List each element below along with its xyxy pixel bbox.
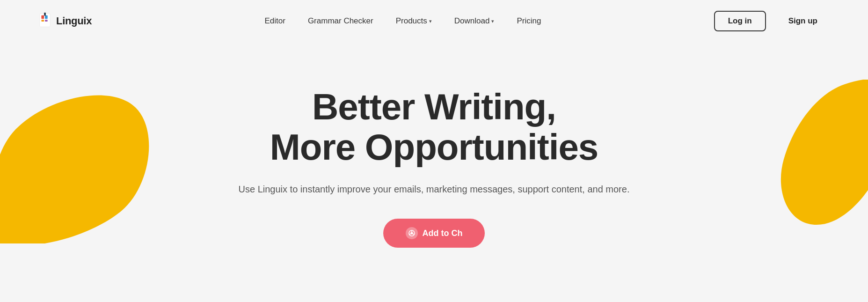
brand-name: Linguix [56,15,92,27]
login-button[interactable]: Log in [714,11,766,31]
nav-products[interactable]: Products ▾ [396,16,432,26]
products-chevron-icon: ▾ [429,18,432,24]
hero-content: Better Writing, More Opportunities Use L… [239,87,630,248]
nav-download[interactable]: Download ▾ [454,16,495,26]
nav-grammar-checker[interactable]: Grammar Checker [308,16,373,26]
svg-rect-1 [41,15,44,19]
nav-links: Editor Grammar Checker Products ▾ Downlo… [264,16,541,26]
download-chevron-icon: ▾ [491,18,494,24]
svg-line-10 [409,234,410,235]
hero-section: Better Writing, More Opportunities Use L… [0,42,868,302]
hero-subtitle: Use Linguix to instantly improve your em… [239,182,630,196]
nav-pricing[interactable]: Pricing [517,16,541,26]
cta-button[interactable]: Add to Ch [383,219,485,248]
cta-icon [406,227,418,239]
svg-rect-2 [45,15,48,19]
blob-right-decoration [779,80,868,229]
navbar: Linguix Editor Grammar Checker Products … [0,0,868,42]
hero-title: Better Writing, More Opportunities [239,87,630,168]
nav-editor[interactable]: Editor [264,16,285,26]
logo-area: Linguix [37,13,92,29]
auth-buttons: Log in Sign up [714,11,831,31]
svg-rect-4 [45,20,48,22]
linguix-logo-icon [37,13,52,29]
signup-button[interactable]: Sign up [775,12,831,30]
svg-rect-3 [41,20,44,22]
svg-point-7 [410,232,413,235]
blob-left-decoration [0,66,150,243]
svg-line-9 [413,234,414,235]
chrome-icon [408,230,415,236]
